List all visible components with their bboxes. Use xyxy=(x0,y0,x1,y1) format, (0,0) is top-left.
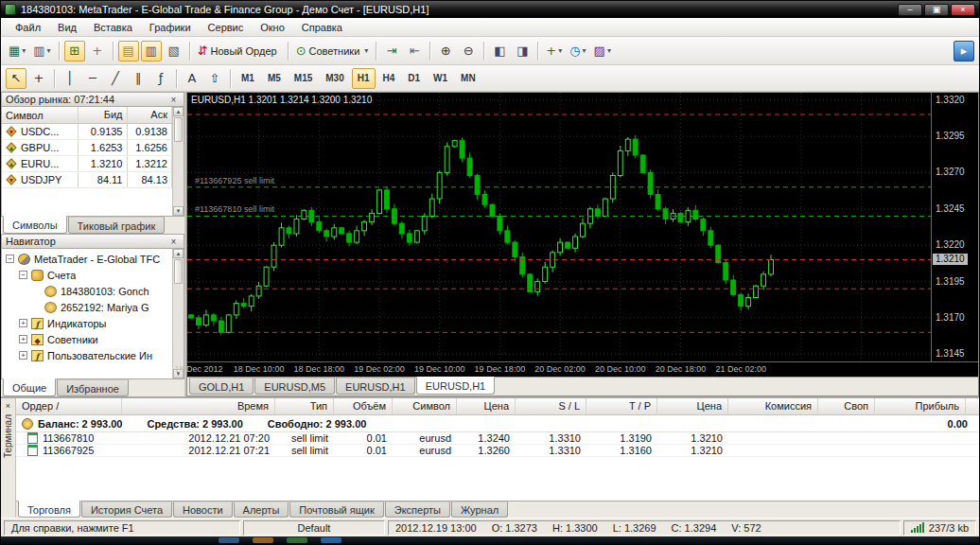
timeframe-W1[interactable]: W1 xyxy=(428,68,453,89)
terminal-column-header[interactable]: Прибыль xyxy=(875,398,966,414)
terminal-column-header[interactable]: Время xyxy=(122,398,275,414)
order-row[interactable]: 1136679252012.12.21 07:21sell limit0.01e… xyxy=(16,445,979,457)
scroll-thumb[interactable] xyxy=(174,117,183,142)
market-watch-close-button[interactable]: × xyxy=(167,95,180,105)
terminal-column-header[interactable]: Цена xyxy=(657,398,728,414)
taskbar-item[interactable] xyxy=(219,537,239,543)
navigator-item[interactable]: −Счета xyxy=(2,267,172,283)
menu-item[interactable]: Сервис xyxy=(200,20,253,35)
chart-autoscroll-button[interactable]: ⇥ xyxy=(381,41,402,62)
scroll-up-icon[interactable]: ▲ xyxy=(173,249,184,258)
navigator-close-button[interactable]: × xyxy=(167,237,180,247)
timeframe-M1[interactable]: M1 xyxy=(236,68,260,89)
market-watch-toggle-button[interactable]: ⊞ xyxy=(64,41,85,62)
minimize-button[interactable]: – xyxy=(898,4,922,16)
terminal-tab[interactable]: Торговля xyxy=(18,501,80,518)
timeframe-M30[interactable]: M30 xyxy=(320,68,349,89)
menu-item[interactable]: Справка xyxy=(293,20,351,35)
terminal-column-header[interactable]: Комиссия xyxy=(728,398,818,414)
templates-button[interactable]: ▨▾ xyxy=(591,41,614,62)
market-watch-row[interactable]: ▲EURU...1.32101.3212 xyxy=(2,156,172,172)
timeframe-D1[interactable]: D1 xyxy=(402,68,426,89)
text-label-button[interactable]: A xyxy=(182,68,202,89)
new-order-button[interactable]: ⇵Новый Ордер xyxy=(195,41,283,62)
market-watch-column[interactable]: Символ xyxy=(2,107,79,123)
navigator-item[interactable]: +ƒПользовательские Ин xyxy=(2,347,172,363)
timeframe-M15[interactable]: M15 xyxy=(289,68,318,89)
close-button[interactable]: × xyxy=(951,4,975,16)
indicators-list-button[interactable]: +▾ xyxy=(543,41,565,62)
tree-minus-icon[interactable]: − xyxy=(6,255,14,263)
terminal-tab[interactable]: Журнал xyxy=(451,501,508,518)
terminal-column-header[interactable]: Объём xyxy=(334,398,393,414)
scroll-down-icon[interactable]: ▼ xyxy=(173,206,184,216)
status-profile[interactable]: Default xyxy=(243,520,385,536)
equidistant-channel-button[interactable]: ∥ xyxy=(128,68,149,89)
terminal-tab[interactable]: Новости xyxy=(173,501,233,518)
chart-shift-button[interactable]: ⇤ xyxy=(404,41,425,62)
title-bar[interactable]: 184380103: MetaTrader - E-Global Trade &… xyxy=(1,1,979,18)
order-row[interactable]: 1136678102012.12.21 07:20sell limit0.01e… xyxy=(16,432,979,445)
market-watch-tab[interactable]: Символы xyxy=(3,216,67,234)
status-connection[interactable]: 237/3 kb xyxy=(903,520,976,536)
tile-windows-horizontal-button[interactable]: ◨ xyxy=(512,41,533,62)
arrow-objects-button[interactable]: ⇧ xyxy=(204,68,225,89)
navigator-item[interactable]: 2652192: Mariya G xyxy=(2,299,172,315)
chart-tab[interactable]: EURUSD,H1 xyxy=(336,378,415,395)
chart-tab[interactable]: GOLD,H1 xyxy=(189,378,254,395)
community-button[interactable]: ▸ xyxy=(954,41,974,62)
terminal-tab[interactable]: Эксперты xyxy=(385,501,450,518)
chart-plot[interactable]: EURUSD,H1 1.3201 1.3214 1.3200 1.3210 #1… xyxy=(187,93,931,361)
navigator-toggle-button[interactable]: ▤ xyxy=(118,41,139,62)
menu-item[interactable]: Окно xyxy=(252,20,293,35)
terminal-close-button[interactable]: × xyxy=(6,401,10,411)
terminal-tab[interactable]: Алерты xyxy=(234,501,289,518)
navigator-tab[interactable]: Общие xyxy=(3,378,56,396)
timeframe-M5[interactable]: M5 xyxy=(262,68,287,89)
tree-plus-icon[interactable]: + xyxy=(19,319,27,327)
chart-price-axis[interactable]: 1.33201.32951.32701.32451.32201.31951.31… xyxy=(931,93,978,361)
restore-button[interactable]: ▣ xyxy=(924,4,949,16)
fibonacci-button[interactable]: ƒ xyxy=(150,68,171,89)
terminal-toggle-button[interactable]: ▥ xyxy=(141,41,162,62)
navigator-item[interactable]: +◆Советники xyxy=(2,331,172,347)
terminal-column-header[interactable]: T / P xyxy=(586,398,657,414)
market-watch-row[interactable]: ▲GBPU...1.62531.6256 xyxy=(2,140,172,156)
trendline-button[interactable]: ╱ xyxy=(105,68,126,89)
terminal-column-header[interactable]: Своп xyxy=(818,398,875,414)
navigator-item[interactable]: +ƒИндикаторы xyxy=(2,315,172,331)
scroll-up-icon[interactable]: ▲ xyxy=(173,107,184,116)
market-watch-column[interactable]: Бид xyxy=(79,107,127,123)
tile-windows-vertical-button[interactable]: ◧ xyxy=(489,41,510,62)
terminal-column-header[interactable]: S / L xyxy=(516,398,586,414)
timeframe-MN[interactable]: MN xyxy=(455,68,481,89)
scroll-thumb[interactable] xyxy=(174,259,183,284)
market-watch-scrollbar[interactable]: ▲ ▼ xyxy=(172,107,184,216)
navigator-item[interactable]: 184380103: Gonch xyxy=(2,283,172,299)
market-watch-row[interactable]: ▼USDJPY84.1184.13 xyxy=(2,172,172,188)
tree-plus-icon[interactable]: + xyxy=(19,335,27,343)
taskbar-item[interactable] xyxy=(287,537,307,543)
menu-item[interactable]: Графики xyxy=(141,20,200,35)
menu-item[interactable]: Файл xyxy=(7,20,49,35)
crosshair-button[interactable]: + xyxy=(28,68,49,89)
navigator-scrollbar[interactable]: ▲ ▼ xyxy=(172,249,184,378)
data-window-toggle-button[interactable]: + xyxy=(87,41,108,62)
navigator-item[interactable]: −MetaTrader - E-Global TFC xyxy=(2,251,172,267)
new-chart-button[interactable]: ▦▾ xyxy=(6,41,28,62)
windows-taskbar[interactable] xyxy=(1,536,979,544)
vertical-line-button[interactable]: │ xyxy=(60,68,80,89)
tree-plus-icon[interactable]: + xyxy=(19,351,27,360)
profiles-button[interactable]: ▥▾ xyxy=(30,41,53,62)
terminal-column-header[interactable]: Цена xyxy=(457,398,516,414)
menu-item[interactable]: Вид xyxy=(49,20,85,35)
terminal-column-header[interactable]: Символ xyxy=(393,398,457,414)
terminal-column-header[interactable]: Ордер / xyxy=(16,398,122,414)
timeframe-H1[interactable]: H1 xyxy=(352,68,376,89)
chart-tab[interactable]: EURUSD,H1 xyxy=(416,377,496,395)
chart-canvas[interactable]: EURUSD,H1 1.3201 1.3214 1.3200 1.3210 #1… xyxy=(187,93,978,377)
chart-tab[interactable]: EURUSD,M5 xyxy=(254,378,335,395)
status-quote-segment[interactable]: 2012.12.19 13:00O: 1.3273H: 1.3300L: 1.3… xyxy=(388,520,901,536)
taskbar-item[interactable] xyxy=(321,537,341,543)
cursor-button[interactable]: ↖ xyxy=(6,68,26,89)
